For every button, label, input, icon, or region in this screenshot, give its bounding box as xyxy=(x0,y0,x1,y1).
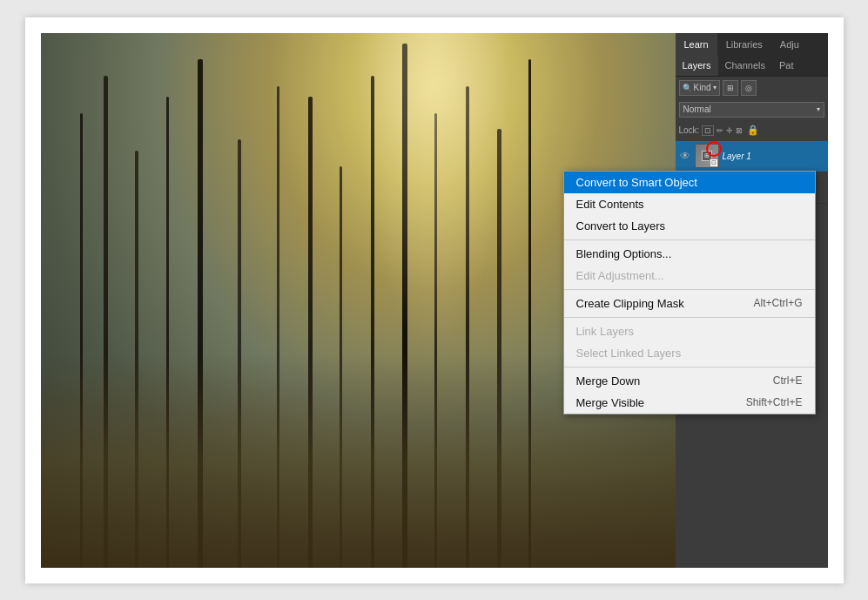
lock-paint-icon[interactable]: ✏ xyxy=(717,126,723,135)
tab-adjust[interactable]: Adju xyxy=(771,33,808,56)
lock-row: Lock: ⊡ ✏ ✛ ⊠ 🔒 xyxy=(676,120,828,141)
cm-label-merge-down: Merge Down xyxy=(576,374,641,388)
outer-frame: Learn Libraries Adju Layers Channels Pat… xyxy=(25,17,844,583)
kind-label: Kind xyxy=(694,83,711,92)
layer-1-name: Layer 1 xyxy=(723,152,824,161)
cm-sep-3 xyxy=(564,317,815,318)
blend-mode-value: Normal xyxy=(683,104,711,114)
layer-1-thumbnail: ⊞ ⊡ xyxy=(695,144,719,168)
cm-link-layers: Link Layers xyxy=(564,320,815,342)
cm-merge-down[interactable]: Merge Down Ctrl+E xyxy=(564,370,815,392)
cm-shortcut-clipping: Alt+Ctrl+G xyxy=(753,297,802,309)
tab-libraries[interactable]: Libraries xyxy=(717,33,771,56)
kind-dropdown[interactable]: 🔍 Kind ▾ xyxy=(679,80,720,96)
cm-convert-layers[interactable]: Convert to Layers xyxy=(564,215,815,237)
lock-label: Lock: xyxy=(679,125,700,135)
cm-label-convert-smart: Convert to Smart Object xyxy=(576,176,697,189)
cm-blending-options[interactable]: Blending Options... xyxy=(564,243,815,265)
cm-label-link-layers: Link Layers xyxy=(576,325,634,338)
tab-channels[interactable]: Channels xyxy=(718,56,772,76)
photo-area: Learn Libraries Adju Layers Channels Pat… xyxy=(41,33,828,568)
cm-label-convert-layers: Convert to Layers xyxy=(576,219,666,233)
cm-sep-1 xyxy=(564,239,815,240)
red-circle-annotation xyxy=(706,141,722,157)
cm-shortcut-merge-down: Ctrl+E xyxy=(773,374,803,387)
search-row: 🔍 Kind ▾ ⊞ ◎ xyxy=(676,77,828,99)
layer-1-visibility[interactable]: 👁 xyxy=(679,150,691,162)
layer-filter-icon[interactable]: ◎ xyxy=(741,80,757,96)
layer-kind-icon[interactable]: ⊞ xyxy=(723,80,738,96)
cm-select-linked: Select Linked Layers xyxy=(564,342,815,364)
cm-convert-smart-object[interactable]: Convert to Smart Object xyxy=(564,172,815,193)
cm-label-select-linked: Select Linked Layers xyxy=(576,347,682,360)
cm-create-clipping-mask[interactable]: Create Clipping Mask Alt+Ctrl+G xyxy=(564,293,815,314)
lock-artboard-icon[interactable]: ⊠ xyxy=(736,126,743,135)
cm-label-edit-contents: Edit Contents xyxy=(576,198,644,211)
blend-mode-dropdown[interactable]: Normal ▾ xyxy=(679,102,824,118)
tab-paths[interactable]: Pat xyxy=(772,56,801,76)
lock-transparency-icon[interactable]: ⊡ xyxy=(702,125,714,136)
blend-dropdown-arrow: ▾ xyxy=(817,105,820,113)
cm-label-blending: Blending Options... xyxy=(576,247,672,260)
cm-sep-2 xyxy=(564,289,815,290)
dropdown-arrow: ▾ xyxy=(713,84,717,91)
cm-sep-4 xyxy=(564,367,815,367)
layer-item-1[interactable]: 👁 ⊞ ⊡ Layer 1 xyxy=(676,141,828,172)
smart-object-badge: ⊡ xyxy=(710,158,718,167)
tab-learn[interactable]: Learn xyxy=(676,33,717,56)
lock-position-icon[interactable]: ✛ xyxy=(726,126,733,135)
cm-edit-adjustment: Edit Adjustment... xyxy=(564,265,815,287)
cm-merge-visible[interactable]: Merge Visible Shift+Ctrl+E xyxy=(564,392,815,414)
cm-edit-contents[interactable]: Edit Contents xyxy=(564,193,815,215)
tab-bar-1: Learn Libraries Adju xyxy=(676,33,828,56)
cm-label-merge-visible: Merge Visible xyxy=(576,396,645,409)
cm-label-clipping: Create Clipping Mask xyxy=(576,297,684,310)
cm-shortcut-merge-visible: Shift+Ctrl+E xyxy=(746,396,803,408)
blend-mode-row: Normal ▾ xyxy=(676,99,828,120)
tab-bar-2: Layers Channels Pat xyxy=(676,56,828,77)
context-menu: Convert to Smart Object Edit Contents Co… xyxy=(563,171,816,415)
tab-layers[interactable]: Layers xyxy=(676,56,718,76)
search-icon-sm: 🔍 xyxy=(683,84,692,92)
cm-label-edit-adjustment: Edit Adjustment... xyxy=(576,269,664,282)
lock-all-icon[interactable]: 🔒 xyxy=(747,125,759,136)
